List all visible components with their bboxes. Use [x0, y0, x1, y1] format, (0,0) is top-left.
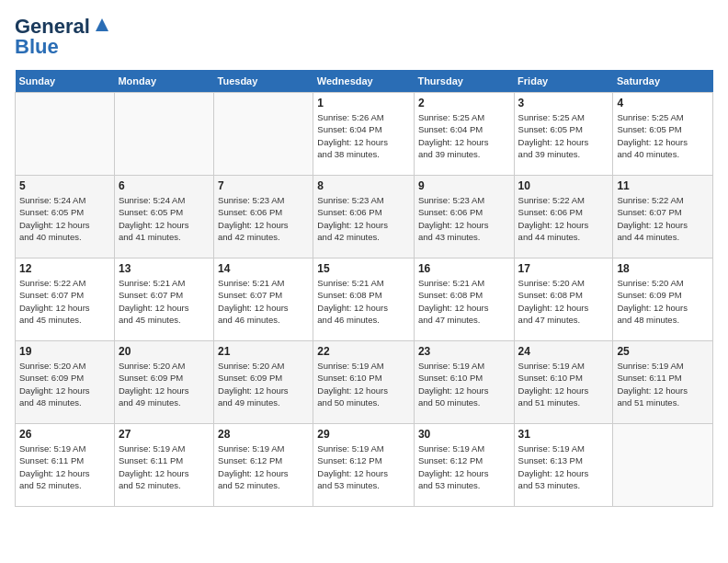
day-number: 22 — [317, 345, 410, 358]
calendar-cell: 11Sunrise: 5:22 AM Sunset: 6:07 PM Dayli… — [613, 176, 713, 259]
day-number: 6 — [119, 179, 210, 192]
day-number: 21 — [218, 345, 309, 358]
calendar-cell: 31Sunrise: 5:19 AM Sunset: 6:13 PM Dayli… — [514, 424, 613, 507]
day-number: 19 — [19, 345, 110, 358]
week-row-5: 26Sunrise: 5:19 AM Sunset: 6:11 PM Dayli… — [16, 424, 713, 507]
logo-blue: Blue — [15, 35, 59, 59]
col-header-wednesday: Wednesday — [313, 70, 415, 93]
cell-info: Sunrise: 5:20 AM Sunset: 6:09 PM Dayligh… — [119, 360, 210, 408]
day-number: 30 — [418, 428, 510, 441]
col-header-monday: Monday — [114, 70, 213, 93]
cell-info: Sunrise: 5:19 AM Sunset: 6:11 PM Dayligh… — [119, 442, 210, 491]
cell-info: Sunrise: 5:19 AM Sunset: 6:12 PM Dayligh… — [418, 442, 510, 491]
day-number: 14 — [218, 262, 309, 275]
calendar-cell: 23Sunrise: 5:19 AM Sunset: 6:10 PM Dayli… — [414, 341, 514, 424]
day-number: 16 — [418, 262, 510, 275]
col-header-friday: Friday — [514, 70, 613, 93]
calendar-cell — [613, 424, 713, 507]
cell-info: Sunrise: 5:19 AM Sunset: 6:12 PM Dayligh… — [218, 442, 309, 491]
day-number: 9 — [418, 179, 510, 192]
cell-info: Sunrise: 5:21 AM Sunset: 6:07 PM Dayligh… — [119, 277, 210, 326]
calendar-cell: 19Sunrise: 5:20 AM Sunset: 6:09 PM Dayli… — [16, 341, 115, 424]
calendar-cell: 27Sunrise: 5:19 AM Sunset: 6:11 PM Dayli… — [114, 424, 213, 507]
day-number: 24 — [518, 345, 609, 358]
col-header-tuesday: Tuesday — [214, 70, 313, 93]
calendar-cell: 15Sunrise: 5:21 AM Sunset: 6:08 PM Dayli… — [313, 259, 415, 341]
cell-info: Sunrise: 5:22 AM Sunset: 6:06 PM Dayligh… — [518, 194, 609, 243]
day-number: 1 — [317, 97, 410, 109]
cell-info: Sunrise: 5:21 AM Sunset: 6:08 PM Dayligh… — [418, 277, 510, 326]
day-number: 27 — [119, 428, 210, 441]
logo: General Blue — [15, 15, 112, 59]
calendar-cell: 30Sunrise: 5:19 AM Sunset: 6:12 PM Dayli… — [414, 424, 514, 507]
day-number: 2 — [418, 97, 510, 109]
cell-info: Sunrise: 5:24 AM Sunset: 6:05 PM Dayligh… — [19, 194, 110, 243]
calendar-cell: 4Sunrise: 5:25 AM Sunset: 6:05 PM Daylig… — [613, 93, 713, 176]
cell-info: Sunrise: 5:19 AM Sunset: 6:10 PM Dayligh… — [317, 360, 410, 408]
cell-info: Sunrise: 5:22 AM Sunset: 6:07 PM Dayligh… — [19, 277, 110, 326]
cell-info: Sunrise: 5:24 AM Sunset: 6:05 PM Dayligh… — [119, 194, 210, 243]
cell-info: Sunrise: 5:26 AM Sunset: 6:04 PM Dayligh… — [317, 111, 410, 160]
week-row-1: 1Sunrise: 5:26 AM Sunset: 6:04 PM Daylig… — [16, 93, 713, 176]
calendar-cell: 9Sunrise: 5:23 AM Sunset: 6:06 PM Daylig… — [414, 176, 514, 259]
calendar-cell: 28Sunrise: 5:19 AM Sunset: 6:12 PM Dayli… — [214, 424, 313, 507]
cell-info: Sunrise: 5:25 AM Sunset: 6:05 PM Dayligh… — [518, 111, 609, 160]
cell-info: Sunrise: 5:23 AM Sunset: 6:06 PM Dayligh… — [317, 194, 410, 243]
day-number: 17 — [518, 262, 609, 275]
calendar-cell: 25Sunrise: 5:19 AM Sunset: 6:11 PM Dayli… — [613, 341, 713, 424]
week-row-2: 5Sunrise: 5:24 AM Sunset: 6:05 PM Daylig… — [16, 176, 713, 259]
calendar-cell: 1Sunrise: 5:26 AM Sunset: 6:04 PM Daylig… — [313, 93, 415, 176]
day-number: 4 — [617, 97, 709, 109]
day-number: 29 — [317, 428, 410, 441]
day-number: 3 — [518, 97, 609, 109]
cell-info: Sunrise: 5:22 AM Sunset: 6:07 PM Dayligh… — [617, 194, 709, 243]
day-number: 15 — [317, 262, 410, 275]
calendar-cell — [114, 93, 213, 176]
cell-info: Sunrise: 5:23 AM Sunset: 6:06 PM Dayligh… — [418, 194, 510, 243]
cell-info: Sunrise: 5:19 AM Sunset: 6:12 PM Dayligh… — [317, 442, 410, 491]
col-header-thursday: Thursday — [414, 70, 514, 93]
cell-info: Sunrise: 5:20 AM Sunset: 6:09 PM Dayligh… — [218, 360, 309, 408]
cell-info: Sunrise: 5:23 AM Sunset: 6:06 PM Dayligh… — [218, 194, 309, 243]
calendar-cell: 18Sunrise: 5:20 AM Sunset: 6:09 PM Dayli… — [613, 259, 713, 341]
day-number: 12 — [19, 262, 110, 275]
col-header-saturday: Saturday — [613, 70, 713, 93]
day-number: 31 — [518, 428, 609, 441]
calendar-cell: 22Sunrise: 5:19 AM Sunset: 6:10 PM Dayli… — [313, 341, 415, 424]
calendar-cell: 13Sunrise: 5:21 AM Sunset: 6:07 PM Dayli… — [114, 259, 213, 341]
col-header-sunday: Sunday — [16, 70, 115, 93]
calendar-cell: 14Sunrise: 5:21 AM Sunset: 6:07 PM Dayli… — [214, 259, 313, 341]
week-row-3: 12Sunrise: 5:22 AM Sunset: 6:07 PM Dayli… — [16, 259, 713, 341]
header-row: SundayMondayTuesdayWednesdayThursdayFrid… — [16, 70, 713, 93]
cell-info: Sunrise: 5:21 AM Sunset: 6:08 PM Dayligh… — [317, 277, 410, 326]
calendar-cell: 17Sunrise: 5:20 AM Sunset: 6:08 PM Dayli… — [514, 259, 613, 341]
day-number: 25 — [617, 345, 709, 358]
calendar-cell: 7Sunrise: 5:23 AM Sunset: 6:06 PM Daylig… — [214, 176, 313, 259]
calendar-cell: 20Sunrise: 5:20 AM Sunset: 6:09 PM Dayli… — [114, 341, 213, 424]
day-number: 5 — [19, 179, 110, 192]
cell-info: Sunrise: 5:20 AM Sunset: 6:08 PM Dayligh… — [518, 277, 609, 326]
day-number: 10 — [518, 179, 609, 192]
cell-info: Sunrise: 5:21 AM Sunset: 6:07 PM Dayligh… — [218, 277, 309, 326]
day-number: 13 — [119, 262, 210, 275]
calendar-cell: 16Sunrise: 5:21 AM Sunset: 6:08 PM Dayli… — [414, 259, 514, 341]
calendar-cell: 24Sunrise: 5:19 AM Sunset: 6:10 PM Dayli… — [514, 341, 613, 424]
calendar-cell — [16, 93, 115, 176]
svg-marker-0 — [96, 18, 108, 31]
cell-info: Sunrise: 5:19 AM Sunset: 6:13 PM Dayligh… — [518, 442, 609, 491]
calendar-cell: 10Sunrise: 5:22 AM Sunset: 6:06 PM Dayli… — [514, 176, 613, 259]
day-number: 28 — [218, 428, 309, 441]
cell-info: Sunrise: 5:25 AM Sunset: 6:04 PM Dayligh… — [418, 111, 510, 160]
cell-info: Sunrise: 5:19 AM Sunset: 6:11 PM Dayligh… — [617, 360, 709, 408]
day-number: 20 — [119, 345, 210, 358]
day-number: 26 — [19, 428, 110, 441]
calendar-cell: 6Sunrise: 5:24 AM Sunset: 6:05 PM Daylig… — [114, 176, 213, 259]
day-number: 7 — [218, 179, 309, 192]
cell-info: Sunrise: 5:20 AM Sunset: 6:09 PM Dayligh… — [617, 277, 709, 326]
calendar-cell: 26Sunrise: 5:19 AM Sunset: 6:11 PM Dayli… — [16, 424, 115, 507]
calendar-cell — [214, 93, 313, 176]
calendar-cell: 3Sunrise: 5:25 AM Sunset: 6:05 PM Daylig… — [514, 93, 613, 176]
day-number: 11 — [617, 179, 709, 192]
week-row-4: 19Sunrise: 5:20 AM Sunset: 6:09 PM Dayli… — [16, 341, 713, 424]
calendar-cell: 8Sunrise: 5:23 AM Sunset: 6:06 PM Daylig… — [313, 176, 415, 259]
